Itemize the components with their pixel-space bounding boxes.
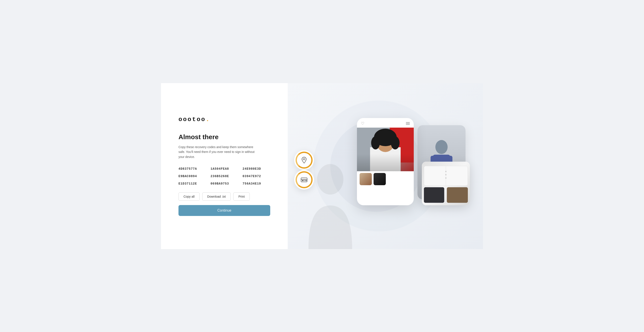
copy-all-button[interactable]: Copy all xyxy=(178,192,200,201)
code-item: 756A34E19 xyxy=(242,182,270,185)
code-item: 1A504FEA8 xyxy=(210,167,238,170)
svg-rect-20 xyxy=(301,178,307,182)
code-item: E1D37112E xyxy=(178,182,206,185)
heart-icon: ♡ xyxy=(361,121,364,126)
code-item: 24E980E3D xyxy=(242,167,270,170)
fashion-card-image xyxy=(422,162,470,205)
payment-icon-circle xyxy=(294,170,314,189)
page-title: Almost there xyxy=(178,133,270,141)
phone-main-image xyxy=(357,128,414,171)
phone-mockup: ♡ xyxy=(357,118,414,205)
logo: oootoo. xyxy=(178,116,270,123)
thumbnail-2 xyxy=(374,173,386,185)
phone-thumbnails xyxy=(357,171,414,187)
svg-rect-24 xyxy=(306,180,307,181)
svg-rect-14 xyxy=(447,187,468,203)
action-buttons-group: Copy all Download .txt Print xyxy=(178,192,270,201)
svg-rect-13 xyxy=(424,187,444,203)
left-panel: oootoo. Almost there Copy these recovery… xyxy=(161,83,288,249)
svg-point-1 xyxy=(436,140,448,154)
code-item: 069BA9753 xyxy=(210,182,238,185)
map-icon xyxy=(300,156,308,164)
location-icon-circle xyxy=(294,150,314,170)
menu-icon xyxy=(406,122,410,125)
fashion-card xyxy=(422,162,470,205)
svg-rect-23 xyxy=(304,180,306,181)
continue-button[interactable]: Continue xyxy=(178,205,270,216)
code-item: 236B5268E xyxy=(210,174,238,178)
svg-point-17 xyxy=(445,174,446,175)
download-button[interactable]: Download .txt xyxy=(202,192,231,201)
svg-point-18 xyxy=(445,177,446,179)
phone-header: ♡ xyxy=(357,118,414,128)
svg-rect-22 xyxy=(302,180,304,181)
print-button[interactable]: Print xyxy=(233,192,250,201)
payment-icon-ring xyxy=(296,171,312,188)
svg-point-0 xyxy=(317,164,344,194)
right-panel: ♡ xyxy=(288,83,483,249)
recovery-codes-grid: 4D837577A 1A504FEA8 24E980E3D E9BAC0894 … xyxy=(178,167,270,185)
code-item: 4D837577A xyxy=(178,167,206,170)
payment-card-icon xyxy=(300,176,308,184)
code-item: 03947E972 xyxy=(242,174,270,178)
thumbnail-1 xyxy=(360,173,372,185)
logo-text: oootoo. xyxy=(178,116,210,123)
svg-point-16 xyxy=(445,171,446,172)
code-item: E9BAC0894 xyxy=(178,174,206,178)
page-container: oootoo. Almost there Copy these recovery… xyxy=(161,83,483,249)
location-icon-ring xyxy=(296,152,312,168)
description-text: Copy these recovery codes and keep them … xyxy=(178,145,257,159)
